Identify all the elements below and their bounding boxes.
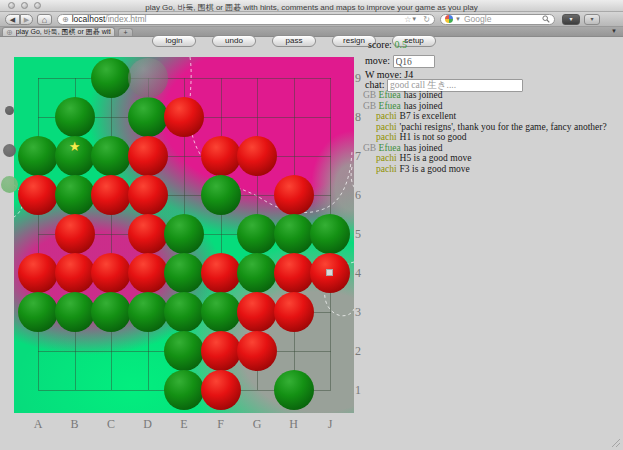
url-bar[interactable]: ⊕ localhost/index.html ☆ ▼ ↻ [57, 14, 435, 25]
green-stone-E2[interactable] [164, 331, 204, 371]
reload-icon[interactable]: ↻ [423, 15, 430, 24]
url-dropdown-caret-icon[interactable]: ▼ [411, 16, 417, 22]
green-stone-E5[interactable] [164, 214, 204, 254]
move-label: move: [365, 55, 390, 66]
green-stone-A7[interactable] [18, 136, 58, 176]
red-stone-G2[interactable] [237, 331, 277, 371]
chat-user-name: Efuea [379, 90, 401, 100]
row-label-3: 3 [355, 305, 367, 320]
red-stone-H3[interactable] [274, 292, 314, 332]
search-placeholder: Google [464, 14, 542, 24]
chat-log-line: GB Efueahas joined [363, 90, 607, 101]
search-engine-caret-icon[interactable]: ▼ [455, 16, 461, 22]
column-label-A: A [28, 417, 48, 432]
site-favicon-globe-icon: ⊕ [62, 15, 69, 24]
red-stone-D7[interactable] [128, 136, 168, 176]
column-label-G: G [247, 417, 267, 432]
tab-play-go[interactable]: ⊕ play Go, 바둑, 围棋 or 囲碁 with h... [2, 27, 115, 36]
row-label-4: 4 [355, 266, 367, 281]
green-stone-A3[interactable] [18, 292, 58, 332]
green-stone-C9[interactable] [91, 58, 131, 98]
row-label-5: 5 [355, 227, 367, 242]
green-stone-B3[interactable] [55, 292, 95, 332]
green-stone-G4[interactable] [237, 253, 277, 293]
chat-message-text: F3 is a good move [400, 164, 470, 174]
green-stone-E1[interactable] [164, 370, 204, 410]
red-stone-H6[interactable] [274, 175, 314, 215]
column-label-E: E [174, 417, 194, 432]
green-stone-B6[interactable] [55, 175, 95, 215]
login-button[interactable]: login [152, 35, 196, 47]
green-stone-J5[interactable] [310, 214, 350, 254]
green-stone-F6[interactable] [201, 175, 241, 215]
green-stone-H5[interactable] [274, 214, 314, 254]
green-stone-G5[interactable] [237, 214, 277, 254]
red-stone-A6[interactable] [18, 175, 58, 215]
chat-log-line: pachiF3 is a good move [363, 164, 607, 175]
window-resize-grip[interactable] [609, 436, 621, 448]
red-stone-G3[interactable] [237, 292, 277, 332]
red-stone-C4[interactable] [91, 253, 131, 293]
forward-button[interactable]: ▶ [20, 14, 33, 25]
indicator-medium-gray [3, 144, 16, 157]
chat-message-text: 'pachi resigns', thank you for the game,… [400, 122, 607, 132]
search-magnifier-icon[interactable] [542, 15, 550, 23]
red-stone-F4[interactable] [201, 253, 241, 293]
green-stone-C7[interactable] [91, 136, 131, 176]
new-tab-button[interactable]: + [118, 28, 133, 36]
grid-line-horizontal [38, 78, 331, 79]
green-stone-B7[interactable]: ★ [55, 136, 95, 176]
chat-message-text: has joined [404, 90, 443, 100]
column-label-F: F [211, 417, 231, 432]
red-stone-G7[interactable] [237, 136, 277, 176]
google-search-engine-icon[interactable] [445, 15, 453, 23]
green-stone-D8[interactable] [128, 97, 168, 137]
row-label-8: 8 [355, 110, 367, 125]
red-stone-F7[interactable] [201, 136, 241, 176]
chat-country-prefix: GB [363, 90, 379, 100]
column-label-B: B [65, 417, 85, 432]
tab-overflow-caret-icon[interactable]: ▼ [611, 28, 617, 34]
red-stone-H4[interactable] [274, 253, 314, 293]
score-line: score: 0.5 [368, 39, 407, 50]
green-stone-E4[interactable] [164, 253, 204, 293]
red-stone-D5[interactable] [128, 214, 168, 254]
red-stone-B4[interactable] [55, 253, 95, 293]
green-stone-H1[interactable] [274, 370, 314, 410]
chat-log: GB Efueahas joinedGB Efueahas joinedpach… [363, 90, 607, 174]
toolbar-extra-button[interactable]: ▾ [584, 14, 600, 25]
red-stone-D6[interactable] [128, 175, 168, 215]
back-button[interactable]: ◀ [5, 14, 20, 25]
window-title: play Go, 바둑, 围棋 or 囲碁 with hints, commen… [0, 2, 623, 13]
ghost-stone-D9[interactable] [128, 58, 168, 98]
navigation-toolbar: ◀ ▶ ⌂ ⊕ localhost/index.html ☆ ▼ ↻ ▼ Goo… [0, 12, 623, 27]
red-stone-J4[interactable] [310, 253, 350, 293]
green-stone-F3[interactable] [201, 292, 241, 332]
bookmark-star-icon[interactable]: ☆ [404, 15, 411, 24]
green-stone-D3[interactable] [128, 292, 168, 332]
score-label: score: [368, 39, 392, 50]
row-label-7: 7 [355, 149, 367, 164]
chat-user-name: Efuea [379, 143, 401, 153]
chat-message-text: H5 is a good move [400, 153, 472, 163]
red-stone-F2[interactable] [201, 331, 241, 371]
chat-message-text: B7 is excellent [400, 111, 456, 121]
red-stone-F1[interactable] [201, 370, 241, 410]
green-stone-B8[interactable] [55, 97, 95, 137]
toolbar-panel-button[interactable]: ▾ [562, 14, 580, 25]
green-stone-E3[interactable] [164, 292, 204, 332]
red-stone-D4[interactable] [128, 253, 168, 293]
column-label-J: J [320, 417, 340, 432]
row-label-6: 6 [355, 188, 367, 203]
search-bar[interactable]: ▼ Google [440, 14, 555, 25]
move-input[interactable] [393, 55, 435, 68]
red-stone-B5[interactable] [55, 214, 95, 254]
undo-button[interactable]: undo [212, 35, 256, 47]
go-board-canvas[interactable]: ★ [14, 57, 354, 413]
pass-button[interactable]: pass [272, 35, 316, 47]
red-stone-C6[interactable] [91, 175, 131, 215]
red-stone-A4[interactable] [18, 253, 58, 293]
home-button[interactable]: ⌂ [37, 14, 52, 25]
green-stone-C3[interactable] [91, 292, 131, 332]
red-stone-E8[interactable] [164, 97, 204, 137]
